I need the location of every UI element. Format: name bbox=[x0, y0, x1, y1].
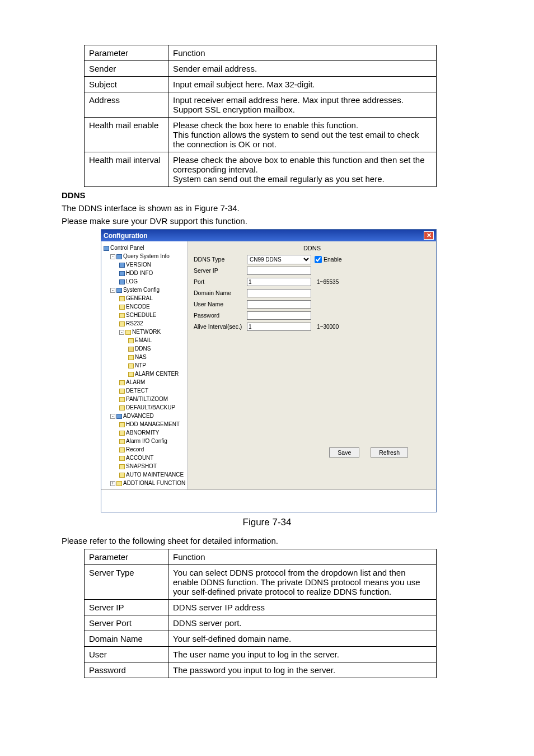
configuration-window: Configuration ✕ Control Panel -Query Sys… bbox=[101, 229, 437, 512]
tree-item[interactable]: DETECT bbox=[102, 386, 186, 395]
folder-icon bbox=[119, 397, 125, 402]
tree-item[interactable]: GENERAL bbox=[102, 294, 186, 302]
collapse-icon[interactable]: - bbox=[119, 330, 124, 335]
folder-icon bbox=[119, 405, 125, 410]
server-ip-input[interactable] bbox=[247, 267, 311, 275]
folder-icon bbox=[128, 355, 134, 360]
tree-item[interactable]: AUTO MAINTENANCE bbox=[102, 470, 186, 479]
port-input[interactable] bbox=[247, 278, 311, 286]
tree-item[interactable]: SCHEDULE bbox=[102, 311, 186, 319]
table-header: Function bbox=[168, 45, 437, 61]
tree-item[interactable]: -Query System Info bbox=[102, 252, 186, 260]
ddns-desc-line: The DDNS interface is shown as in Figure… bbox=[62, 203, 472, 213]
tree-item[interactable]: SNAPSHOT bbox=[102, 462, 186, 470]
table-cell: Server IP bbox=[85, 600, 168, 615]
tree-item-selected[interactable]: DDNS bbox=[102, 344, 186, 353]
tree-item[interactable]: ENCODE bbox=[102, 302, 186, 311]
table-cell: User bbox=[85, 647, 168, 662]
folder-open-icon bbox=[128, 347, 134, 352]
folder-icon bbox=[119, 305, 125, 310]
domain-input[interactable] bbox=[247, 289, 311, 297]
tree-item[interactable]: Record bbox=[102, 445, 186, 454]
collapse-icon[interactable]: - bbox=[110, 414, 115, 419]
table-cell: Server Type bbox=[85, 565, 168, 600]
tree-item[interactable]: HDD MANAGEMENT bbox=[102, 420, 186, 428]
folder-icon bbox=[119, 439, 125, 444]
table-cell: Password bbox=[85, 662, 168, 678]
folder-icon bbox=[119, 313, 125, 318]
ddns-parameter-table: Parameter Function Server TypeYou can se… bbox=[84, 549, 437, 678]
save-button[interactable]: Save bbox=[329, 447, 359, 458]
server-ip-label: Server IP bbox=[194, 267, 247, 274]
user-input[interactable] bbox=[247, 300, 311, 309]
enable-checkbox[interactable] bbox=[315, 256, 322, 263]
tree-item[interactable]: -NETWORK bbox=[102, 328, 186, 336]
alive-label: Alive Interval(sec.) bbox=[194, 323, 247, 330]
tree-item[interactable]: -ADVANCED bbox=[102, 412, 186, 420]
doc-icon bbox=[119, 263, 125, 268]
table-header: Function bbox=[168, 549, 437, 565]
figure-caption: Figure 7-34 bbox=[62, 517, 472, 528]
folder-icon bbox=[119, 473, 125, 478]
doc-icon bbox=[119, 279, 125, 284]
folder-icon bbox=[116, 254, 122, 259]
table-cell: You can select DDNS protocol from the dr… bbox=[168, 565, 437, 600]
table-cell: Health mail interval bbox=[85, 152, 168, 187]
panel-icon bbox=[104, 246, 109, 251]
tree-item[interactable]: +ADDTIONAL FUNCTION bbox=[102, 479, 186, 487]
tree-item[interactable]: RS232 bbox=[102, 319, 186, 328]
user-label: User Name bbox=[194, 301, 247, 307]
tree-item[interactable]: NAS bbox=[102, 353, 186, 361]
tree-root[interactable]: Control Panel bbox=[102, 244, 186, 252]
folder-icon bbox=[125, 330, 131, 335]
close-icon[interactable]: ✕ bbox=[424, 231, 434, 240]
tree-item[interactable]: DEFAULT/BACKUP bbox=[102, 403, 186, 412]
alive-hint: 1~30000 bbox=[317, 324, 339, 330]
folder-icon bbox=[128, 338, 134, 343]
folder-icon bbox=[119, 447, 125, 452]
table-cell: Your self-defined domain name. bbox=[168, 631, 437, 647]
table-header: Parameter bbox=[85, 45, 168, 61]
port-label: Port bbox=[194, 278, 247, 285]
ddns-type-select[interactable]: CN99 DDNS bbox=[247, 255, 311, 264]
folder-icon bbox=[119, 321, 125, 326]
window-title: Configuration bbox=[104, 232, 148, 240]
alive-input[interactable] bbox=[247, 323, 311, 331]
table-cell: Input receiver email address here. Max i… bbox=[168, 92, 437, 118]
tree-item[interactable]: NTP bbox=[102, 361, 186, 370]
tree-item[interactable]: ABNORMITY bbox=[102, 428, 186, 437]
tree-item[interactable]: ALARM CENTER bbox=[102, 370, 186, 378]
collapse-icon[interactable]: - bbox=[110, 254, 115, 259]
tree-item[interactable]: -System Config bbox=[102, 286, 186, 294]
tree-item[interactable]: ALARM bbox=[102, 378, 186, 386]
expand-icon[interactable]: + bbox=[110, 481, 115, 486]
collapse-icon[interactable]: - bbox=[110, 288, 115, 293]
email-parameter-table: Parameter Function SenderSender email ad… bbox=[84, 45, 437, 187]
tree-item[interactable]: ACCOUNT bbox=[102, 454, 186, 462]
tree-item[interactable]: PAN/TILT/ZOOM bbox=[102, 395, 186, 403]
gear-icon bbox=[116, 414, 122, 419]
table-cell: The password you input to log in the ser… bbox=[168, 662, 437, 678]
tree-item[interactable]: HDD INFO bbox=[102, 269, 186, 277]
refresh-button[interactable]: Refresh bbox=[371, 447, 408, 458]
ddns-form: DDNS DDNS Type CN99 DDNS Enable Server I… bbox=[188, 241, 436, 489]
table-cell: DDNS server IP address bbox=[168, 600, 437, 615]
tree-item[interactable]: VERSION bbox=[102, 260, 186, 269]
doc-icon bbox=[119, 271, 125, 276]
table-cell: Server Port bbox=[85, 615, 168, 631]
tree-item[interactable]: LOG bbox=[102, 277, 186, 286]
tree-item[interactable]: EMAIL bbox=[102, 336, 186, 344]
table-cell: Health mail enable bbox=[85, 118, 168, 152]
tree-item[interactable]: Alarm I/O Config bbox=[102, 437, 186, 445]
folder-icon bbox=[119, 456, 125, 461]
table-cell: The user name you input to log in the se… bbox=[168, 647, 437, 662]
folder-icon bbox=[116, 288, 122, 293]
password-input[interactable] bbox=[247, 311, 311, 320]
password-label: Password bbox=[194, 312, 247, 319]
table-cell: Address bbox=[85, 92, 168, 118]
table-cell: Sender bbox=[85, 61, 168, 77]
table-cell: DDNS server port. bbox=[168, 615, 437, 631]
status-bar bbox=[101, 489, 436, 512]
folder-icon bbox=[119, 296, 125, 301]
folder-icon bbox=[119, 380, 125, 385]
